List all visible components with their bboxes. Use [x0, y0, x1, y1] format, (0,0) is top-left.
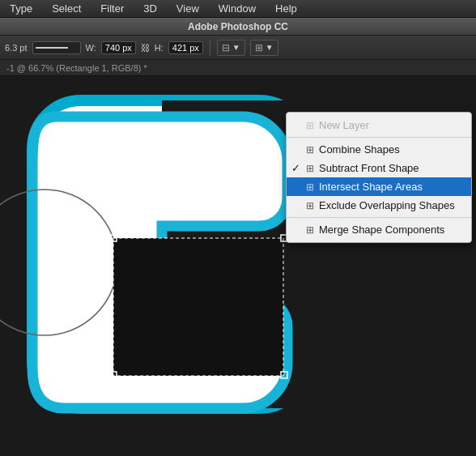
menu-subtract-front-shape[interactable]: ✓ ⊞ Subtract Front Shape: [287, 159, 471, 177]
toolbar-separator: [210, 40, 210, 56]
height-value[interactable]: 421 px: [168, 41, 203, 54]
menu-combine-shapes[interactable]: ⊞ Combine Shapes: [287, 140, 471, 159]
width-value[interactable]: 740 px: [101, 41, 136, 54]
document-info: -1 @ 66.7% (Rectangle 1, RGB/8) *: [6, 63, 147, 73]
canvas-area: ⊞ New Layer ⊞ Combine Shapes ✓ ⊞ Subtrac…: [0, 76, 476, 456]
size-label: 6.3 pt: [5, 43, 28, 53]
stroke-width-display[interactable]: [32, 41, 81, 54]
intersect-shape-areas-label: Intersect Shape Areas: [319, 181, 423, 193]
options-toolbar: 6.3 pt W: 740 px ⛓ H: 421 px ⊟ ▼ ⊞ ▼: [0, 36, 476, 60]
merge-shape-components-label: Merge Shape Components: [319, 224, 444, 236]
exclude-icon: ⊞: [306, 200, 314, 211]
combine-icon: ⊞: [306, 144, 314, 156]
new-layer-label: New Layer: [319, 119, 369, 131]
menu-intersect-shape-areas[interactable]: ⊞ Intersect Shape Areas: [287, 177, 471, 196]
new-layer-icon: ⊞: [306, 120, 314, 131]
align-dropdown-arrow: ▼: [266, 43, 274, 52]
path-operation-dropdown: ⊞ New Layer ⊞ Combine Shapes ✓ ⊞ Subtrac…: [286, 112, 472, 243]
merge-icon: ⊞: [306, 224, 314, 236]
check-icon: ✓: [291, 162, 300, 174]
menu-exclude-overlapping-shapes[interactable]: ⊞ Exclude Overlapping Shapes: [287, 196, 471, 215]
menu-separator-2: [287, 217, 471, 218]
status-bar: -1 @ 66.7% (Rectangle 1, RGB/8) *: [0, 60, 476, 76]
subtract-icon: ⊞: [306, 163, 314, 174]
menu-3d[interactable]: 3D: [140, 1, 160, 16]
menu-view[interactable]: View: [173, 1, 202, 16]
h-label: H:: [155, 43, 164, 53]
subtract-front-shape-label: Subtract Front Shape: [319, 162, 419, 174]
align-icon: ⊞: [255, 42, 263, 53]
stroke-preview: [36, 47, 68, 49]
intersect-icon: ⊞: [306, 181, 314, 193]
menu-separator-1: [287, 137, 471, 138]
exclude-overlapping-shapes-label: Exclude Overlapping Shapes: [319, 199, 455, 211]
link-icon: ⛓: [141, 43, 150, 53]
path-align-button[interactable]: ⊞ ▼: [250, 40, 278, 56]
path-op-icon: ⊟: [222, 42, 230, 53]
menu-type[interactable]: Type: [6, 1, 36, 16]
menu-new-layer[interactable]: ⊞ New Layer: [287, 116, 471, 134]
path-op-dropdown-arrow: ▼: [232, 43, 240, 52]
menu-bar: Type Select Filter 3D View Window Help: [0, 0, 476, 18]
combine-shapes-label: Combine Shapes: [319, 143, 400, 156]
app-title: Adobe Photoshop CC: [188, 21, 288, 32]
title-bar: Adobe Photoshop CC: [0, 18, 476, 36]
menu-select[interactable]: Select: [49, 1, 84, 16]
menu-merge-shape-components[interactable]: ⊞ Merge Shape Components: [287, 220, 471, 239]
path-operation-button[interactable]: ⊟ ▼: [217, 40, 245, 56]
w-label: W:: [86, 43, 96, 53]
menu-help[interactable]: Help: [272, 1, 300, 16]
menu-window[interactable]: Window: [215, 1, 259, 16]
menu-filter[interactable]: Filter: [97, 1, 127, 16]
inner-black-rect: [113, 238, 283, 376]
